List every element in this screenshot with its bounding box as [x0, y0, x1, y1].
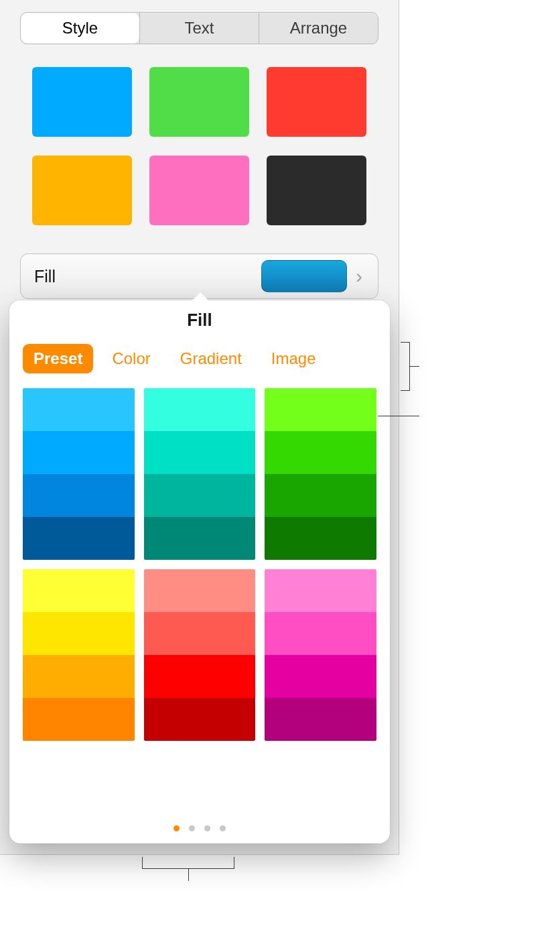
- fill-seg-gradient-label: Gradient: [180, 349, 242, 367]
- chevron-right-icon[interactable]: ›: [347, 265, 371, 288]
- preset-swatch[interactable]: [144, 388, 256, 431]
- fill-row-label: Fill: [34, 267, 261, 286]
- preset-swatch[interactable]: [23, 431, 135, 474]
- fill-popover: Fill Preset Color Gradient Image: [9, 300, 390, 843]
- preset-block: [265, 569, 376, 741]
- preset-grid: [23, 388, 376, 741]
- fill-popover-title: Fill: [9, 300, 390, 343]
- preset-swatch[interactable]: [23, 569, 135, 612]
- page-dot[interactable]: [220, 825, 226, 831]
- preset-swatch[interactable]: [265, 569, 376, 612]
- callout-leader-icon: [378, 416, 419, 416]
- preset-swatch[interactable]: [144, 474, 256, 517]
- style-swatch[interactable]: [32, 67, 132, 137]
- tab-arrange-label: Arrange: [290, 19, 347, 38]
- tab-text[interactable]: Text: [139, 13, 259, 44]
- page-indicator[interactable]: [9, 825, 390, 831]
- callout-bracket-icon: [142, 857, 234, 869]
- fill-seg-image-label: Image: [271, 349, 316, 367]
- tab-text-label: Text: [184, 19, 214, 38]
- tab-style[interactable]: Style: [21, 13, 139, 44]
- format-panel: Style Text Arrange Fill › Fill Preset Co…: [0, 0, 399, 855]
- fill-seg-color-label: Color: [112, 349, 150, 367]
- preset-swatch[interactable]: [265, 698, 376, 741]
- preset-swatch[interactable]: [23, 388, 135, 431]
- preset-swatch[interactable]: [265, 431, 376, 474]
- style-preset-grid: [32, 67, 366, 225]
- style-swatch[interactable]: [32, 156, 132, 225]
- format-tabs: Style Text Arrange: [20, 12, 378, 44]
- callout-leader-icon: [188, 869, 189, 881]
- preset-block: [265, 388, 376, 560]
- preset-block: [23, 569, 135, 741]
- callout-bracket-icon: [401, 342, 410, 391]
- style-swatch[interactable]: [267, 67, 366, 137]
- fill-current-swatch[interactable]: [261, 260, 347, 292]
- callout-leader-icon: [410, 366, 419, 367]
- page-dot[interactable]: [173, 825, 180, 831]
- page-dot[interactable]: [204, 825, 210, 831]
- preset-swatch[interactable]: [144, 698, 256, 741]
- preset-swatch[interactable]: [144, 569, 256, 612]
- tab-arrange[interactable]: Arrange: [259, 13, 378, 44]
- fill-seg-image[interactable]: Image: [261, 343, 327, 375]
- fill-seg-preset[interactable]: Preset: [23, 344, 93, 373]
- style-swatch[interactable]: [267, 156, 366, 225]
- preset-swatch[interactable]: [144, 517, 256, 560]
- fill-type-segment: Preset Color Gradient Image: [9, 343, 390, 375]
- preset-block: [23, 388, 135, 560]
- preset-swatch[interactable]: [265, 612, 376, 655]
- preset-swatch[interactable]: [23, 698, 135, 741]
- preset-swatch[interactable]: [144, 655, 256, 698]
- preset-swatch[interactable]: [265, 655, 376, 698]
- fill-seg-gradient[interactable]: Gradient: [169, 343, 253, 375]
- style-swatch[interactable]: [149, 67, 249, 137]
- preset-swatch[interactable]: [265, 474, 376, 517]
- preset-swatch[interactable]: [144, 612, 256, 655]
- page-dot[interactable]: [189, 825, 195, 831]
- preset-swatch[interactable]: [23, 655, 135, 698]
- preset-scroller[interactable]: [9, 375, 390, 741]
- preset-swatch[interactable]: [265, 388, 376, 431]
- preset-swatch[interactable]: [23, 612, 135, 655]
- preset-swatch[interactable]: [23, 517, 135, 560]
- preset-block: [144, 388, 256, 560]
- preset-swatch[interactable]: [23, 474, 135, 517]
- preset-swatch[interactable]: [144, 431, 256, 474]
- fill-seg-color[interactable]: Color: [101, 343, 161, 375]
- style-swatch[interactable]: [149, 156, 249, 225]
- preset-block: [144, 569, 256, 741]
- tab-style-label: Style: [62, 19, 98, 38]
- fill-seg-preset-label: Preset: [33, 349, 82, 367]
- preset-swatch[interactable]: [265, 517, 376, 560]
